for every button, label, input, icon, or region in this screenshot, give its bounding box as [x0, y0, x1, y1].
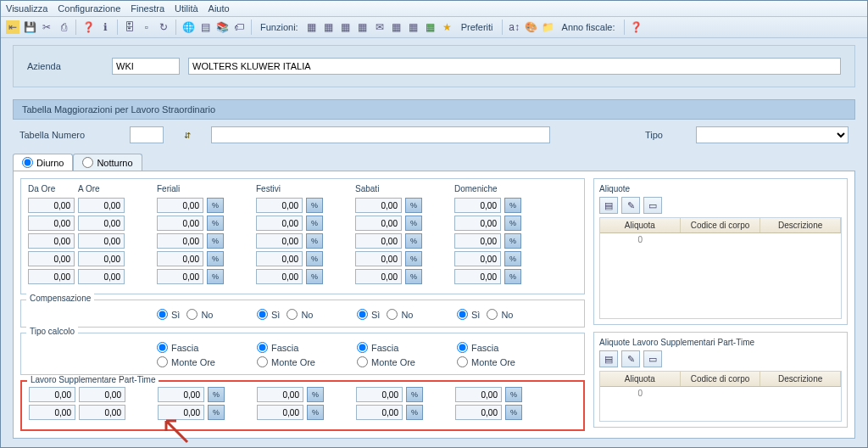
tab-notturno[interactable]: Notturno — [73, 154, 142, 171]
feriali-input[interactable] — [157, 233, 203, 249]
preferiti-label[interactable]: Preferiti — [461, 22, 493, 32]
azienda-code-input[interactable] — [112, 58, 180, 75]
doc-icon[interactable]: ▫ — [140, 20, 153, 34]
aore-input[interactable] — [78, 216, 125, 231]
sabati-pct-button[interactable]: % — [405, 269, 422, 284]
domeniche-pct-button[interactable]: % — [504, 198, 521, 213]
domeniche-input[interactable] — [454, 269, 501, 284]
tc-feriali-fascia[interactable] — [157, 342, 168, 353]
tag-icon[interactable]: 🏷 — [232, 20, 246, 34]
daore-input[interactable] — [28, 269, 75, 284]
excel-icon[interactable]: ▦ — [424, 20, 437, 34]
fn1-icon[interactable]: ▦ — [305, 20, 319, 34]
comp-sabati-si[interactable] — [357, 309, 368, 320]
aliquote-pt-grid[interactable]: Aliquota Codice di corpo Descrizione 0 — [599, 371, 842, 422]
lspt-domeniche-input[interactable] — [455, 387, 502, 402]
sabati-input[interactable] — [355, 233, 402, 249]
aore-input[interactable] — [78, 233, 125, 249]
aore-input[interactable] — [78, 269, 125, 284]
feriali-pct-button[interactable]: % — [207, 216, 224, 231]
fn4-icon[interactable]: ▦ — [356, 20, 370, 34]
daore-input[interactable] — [28, 216, 75, 231]
festivi-pct-button[interactable]: % — [306, 269, 323, 284]
lspt-daore-input[interactable] — [29, 405, 75, 420]
lspt-domeniche-pct-button[interactable]: % — [505, 405, 522, 420]
world-icon[interactable]: 🌐 — [181, 20, 195, 34]
tc-domeniche-fascia[interactable] — [457, 342, 468, 353]
print-icon[interactable]: ⎙ — [57, 20, 70, 34]
domeniche-pct-button[interactable]: % — [504, 251, 521, 266]
festivi-pct-button[interactable]: % — [306, 233, 323, 249]
feriali-input[interactable] — [157, 251, 203, 266]
aliquote-pt-del-button[interactable]: ▭ — [643, 350, 662, 367]
lookup-icon[interactable]: ⇵ — [181, 128, 194, 142]
comp-sabati-no[interactable] — [387, 309, 398, 320]
menu-configurazione[interactable]: Configurazione — [58, 3, 120, 14]
comp-domeniche-no[interactable] — [487, 309, 498, 320]
lspt-feriali-input[interactable] — [158, 405, 204, 420]
info-icon[interactable]: ℹ — [98, 20, 112, 34]
lspt-festivi-input[interactable] — [257, 405, 303, 420]
sabati-input[interactable] — [355, 216, 402, 231]
tc-sabati-fascia[interactable] — [357, 342, 368, 353]
festivi-pct-button[interactable]: % — [306, 198, 323, 213]
festivi-input[interactable] — [256, 198, 303, 213]
lspt-sabati-pct-button[interactable]: % — [406, 387, 423, 402]
festivi-pct-button[interactable]: % — [306, 216, 323, 231]
aliquote-pt-edit-button[interactable]: ✎ — [621, 350, 640, 367]
domeniche-input[interactable] — [454, 198, 501, 213]
sabati-pct-button[interactable]: % — [405, 233, 422, 249]
lspt-domeniche-input[interactable] — [455, 405, 502, 420]
comp-festivi-si[interactable] — [257, 309, 268, 320]
menu-visualizza[interactable]: Visualizza — [6, 3, 47, 14]
comp-feriali-no[interactable] — [186, 309, 198, 320]
help2-icon[interactable]: ❓ — [630, 20, 643, 34]
domeniche-pct-button[interactable]: % — [504, 233, 521, 249]
lspt-feriali-input[interactable] — [158, 387, 204, 402]
menu-utilita[interactable]: Utilità — [175, 3, 198, 14]
domeniche-input[interactable] — [454, 251, 501, 266]
refresh-icon[interactable]: ↻ — [157, 20, 170, 34]
sabati-pct-button[interactable]: % — [405, 216, 422, 231]
save-icon[interactable]: 💾 — [23, 20, 36, 34]
domeniche-input[interactable] — [454, 216, 501, 231]
festivi-input[interactable] — [256, 251, 303, 266]
tipo-select[interactable] — [696, 126, 849, 143]
tab-notturno-radio[interactable] — [82, 157, 93, 168]
feriali-input[interactable] — [157, 216, 203, 231]
tab-diurno[interactable]: Diurno — [13, 154, 73, 171]
folder-icon[interactable]: 📁 — [542, 20, 555, 34]
palette-icon[interactable]: 🎨 — [525, 20, 538, 34]
menu-aiuto[interactable]: Aiuto — [209, 3, 230, 14]
lspt-sabati-input[interactable] — [356, 405, 403, 420]
menu-finestra[interactable]: Finestra — [131, 3, 164, 14]
feriali-pct-button[interactable]: % — [207, 198, 224, 213]
lspt-feriali-pct-button[interactable]: % — [208, 387, 225, 402]
db-icon[interactable]: 🗄 — [123, 20, 136, 34]
tab-diurno-radio[interactable] — [22, 157, 33, 168]
font-icon[interactable]: a↕ — [508, 20, 521, 34]
tc-sabati-monte[interactable] — [357, 356, 368, 367]
lspt-sabati-input[interactable] — [356, 387, 403, 402]
aore-input[interactable] — [78, 251, 125, 266]
aliquote-grid[interactable]: Aliquota Codice di corpo Descrizione 0 — [599, 217, 842, 319]
feriali-input[interactable] — [157, 198, 203, 213]
aliquote-edit-button[interactable]: ✎ — [621, 197, 640, 214]
daore-input[interactable] — [28, 198, 75, 213]
tc-festivi-monte[interactable] — [257, 356, 268, 367]
azienda-name-input[interactable] — [188, 58, 841, 75]
lspt-festivi-input[interactable] — [257, 387, 303, 402]
lspt-festivi-pct-button[interactable]: % — [307, 405, 324, 420]
festivi-input[interactable] — [256, 216, 303, 231]
aliquote-add-button[interactable]: ▤ — [599, 197, 618, 214]
star-icon[interactable]: ★ — [441, 20, 454, 34]
lspt-aore-input[interactable] — [79, 387, 125, 402]
lspt-feriali-pct-button[interactable]: % — [208, 405, 225, 420]
comp-feriali-si[interactable] — [157, 309, 168, 320]
aore-input[interactable] — [78, 198, 125, 213]
fn3-icon[interactable]: ▦ — [339, 20, 353, 34]
tabella-numero-input[interactable] — [130, 126, 164, 143]
sabati-pct-button[interactable]: % — [405, 251, 422, 266]
lspt-daore-input[interactable] — [29, 387, 75, 402]
mail-icon[interactable]: ✉ — [373, 20, 387, 34]
